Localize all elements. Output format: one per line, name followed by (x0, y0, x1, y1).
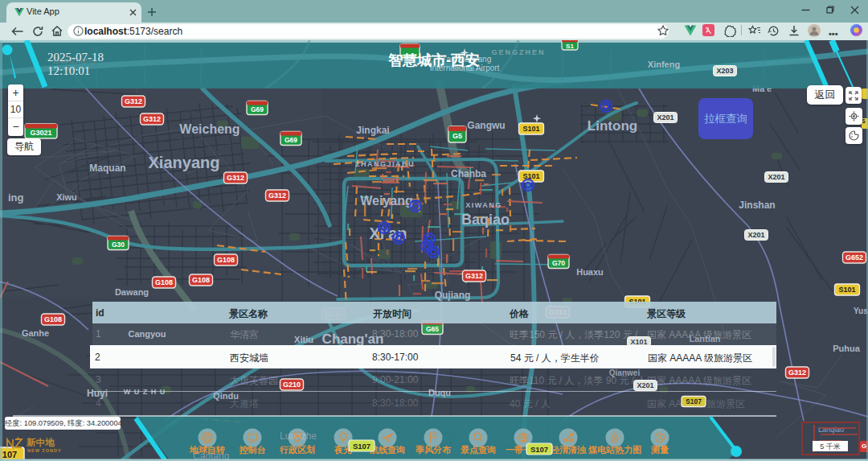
svg-text:G108: G108 (155, 278, 173, 286)
svg-text:Qujiang: Qujiang (435, 290, 471, 301)
svg-text:Lintong: Lintong (588, 118, 637, 134)
svg-text:G69: G69 (285, 136, 297, 144)
svg-text:Ganhe: Ganhe (22, 328, 49, 338)
svg-text:G312: G312 (465, 272, 483, 280)
svg-text:G70: G70 (552, 259, 565, 267)
svg-text:G3021: G3021 (30, 129, 51, 137)
svg-text:Chanba: Chanba (451, 168, 486, 179)
svg-text:X201: X201 (747, 231, 764, 239)
svg-text:Jingkai: Jingkai (356, 125, 389, 136)
svg-text:G108: G108 (44, 315, 62, 323)
svg-text:Baqiao: Baqiao (461, 212, 510, 228)
svg-text:G312: G312 (143, 115, 161, 123)
svg-text:新中地: 新中地 (26, 437, 55, 447)
svg-text:G652: G652 (845, 253, 863, 261)
svg-text:Weicheng: Weicheng (179, 122, 240, 136)
svg-text:Xianyang: Xianyang (149, 154, 220, 171)
svg-text:G312: G312 (125, 97, 142, 105)
svg-text:G69: G69 (251, 105, 264, 113)
svg-text:XIWANG: XIWANG (465, 201, 502, 209)
svg-text:ZHANGJIABU: ZHANGJIABU (355, 160, 415, 168)
svg-text:5 千米: 5 千米 (820, 442, 841, 451)
svg-text:G312: G312 (227, 174, 244, 182)
svg-text:G312: G312 (268, 191, 286, 200)
svg-text:Dawang: Dawang (115, 287, 149, 297)
svg-text:X201: X201 (768, 173, 784, 181)
svg-text:Lanqiao: Lanqiao (818, 426, 844, 434)
svg-text:S101: S101 (522, 125, 539, 133)
svg-text:Maquan: Maquan (89, 163, 125, 174)
svg-text:G108: G108 (192, 276, 210, 284)
svg-text:Weiyang: Weiyang (360, 194, 413, 208)
svg-text:G5: G5 (452, 132, 462, 140)
svg-text:Jinshan: Jinshan (739, 200, 775, 211)
svg-text:G108: G108 (217, 256, 235, 264)
svg-text:X201: X201 (657, 113, 674, 121)
svg-text:ing: ing (8, 191, 24, 204)
svg-text:G30: G30 (112, 241, 125, 249)
svg-text:Gangwu: Gangwu (467, 120, 505, 131)
svg-text:G312: G312 (788, 368, 806, 377)
svg-text:Xiwu: Xiwu (56, 192, 77, 202)
svg-text:S101: S101 (838, 286, 855, 294)
svg-text:Puhua: Puhua (833, 344, 860, 353)
svg-text:NEW ZONDY: NEW ZONDY (27, 448, 62, 453)
svg-text:Huaxu: Huaxu (576, 267, 604, 277)
